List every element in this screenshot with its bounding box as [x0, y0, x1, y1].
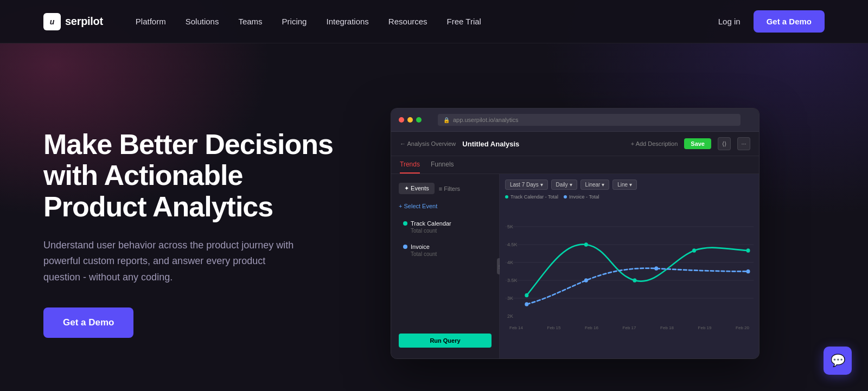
- nav-integrations[interactable]: Integrations: [326, 17, 368, 26]
- browser-chrome: 🔒 app.userpilot.io/analytics: [391, 108, 759, 132]
- events-tab[interactable]: ✦ Events: [399, 183, 435, 194]
- x-label-0: Feb 14: [509, 325, 523, 330]
- svg-point-15: [746, 248, 750, 253]
- x-label-4: Feb 18: [660, 325, 674, 330]
- x-label-1: Feb 15: [547, 325, 561, 330]
- chart-xaxis: Feb 14 Feb 15 Feb 16 Feb 17 Feb 18 Feb 1…: [505, 324, 754, 330]
- chart-controls: Last 7 Days ▾ Daily ▾ Linear ▾ Line ▾: [505, 180, 754, 190]
- event-sub-track-calendar: Total count: [403, 228, 487, 234]
- nav-pricing[interactable]: Pricing: [282, 17, 307, 26]
- nav-actions: Log in Get a Demo: [718, 10, 825, 33]
- chat-icon: 💬: [831, 354, 845, 368]
- add-description-button[interactable]: + Add Description: [631, 140, 678, 147]
- event-dot-invoice: [403, 245, 407, 249]
- svg-point-12: [584, 242, 588, 247]
- event-item-track-calendar[interactable]: Track Calendar Total count: [395, 216, 495, 238]
- hero-title: Make Better Decisions with Actionable Pr…: [43, 129, 347, 222]
- nav-get-demo-button[interactable]: Get a Demo: [754, 10, 825, 33]
- logo-text: serpilot: [65, 15, 103, 28]
- back-navigation[interactable]: ← Analysis Overview: [400, 140, 456, 147]
- chart-legend: Track Calendar - Total Invoice - Total: [505, 194, 754, 200]
- event-name-invoice: Invoice: [403, 243, 487, 250]
- legend-invoice: Invoice - Total: [564, 194, 599, 200]
- chat-button[interactable]: 💬: [824, 347, 852, 375]
- svg-point-16: [525, 302, 528, 306]
- run-query-button[interactable]: Run Query: [399, 334, 492, 348]
- browser-dots: [399, 117, 422, 123]
- svg-text:2K: 2K: [507, 313, 514, 319]
- tab-trends[interactable]: Trends: [400, 156, 420, 174]
- svg-point-19: [746, 270, 750, 274]
- logo-icon: u: [43, 13, 61, 30]
- nav-solutions[interactable]: Solutions: [186, 17, 219, 26]
- scale-select[interactable]: Linear ▾: [580, 180, 610, 190]
- chart-panel: Last 7 Days ▾ Daily ▾ Linear ▾ Line ▾ Tr…: [500, 174, 759, 358]
- svg-text:3.5K: 3.5K: [507, 277, 518, 284]
- nav-platform[interactable]: Platform: [136, 17, 166, 26]
- hero-content: Make Better Decisions with Actionable Pr…: [43, 129, 347, 338]
- run-query-area: Run Query: [391, 328, 499, 353]
- close-dot: [399, 117, 404, 123]
- svg-point-14: [692, 248, 696, 253]
- legend-dot-invoice: [564, 195, 567, 198]
- filters-button[interactable]: ≡ Filters: [439, 185, 460, 192]
- app-header: ← Analysis Overview Untitled Analysis + …: [391, 132, 759, 156]
- legend-track-calendar: Track Calendar - Total: [505, 194, 558, 200]
- analysis-title: Untitled Analysis: [462, 140, 519, 148]
- browser-address-bar: 🔒 app.userpilot.io/analytics: [438, 114, 741, 126]
- svg-text:3K: 3K: [507, 295, 514, 302]
- nav-teams[interactable]: Teams: [238, 17, 262, 26]
- app-tabs: Trends Funnels: [391, 156, 759, 174]
- chart-type-select[interactable]: Line ▾: [612, 180, 637, 190]
- app-content: ✦ Events ≡ Filters + Select Event Track …: [391, 174, 759, 358]
- tab-funnels[interactable]: Funnels: [431, 156, 454, 174]
- hero-subtitle: Understand user behavior across the prod…: [43, 238, 304, 286]
- fullscreen-dot: [416, 117, 422, 123]
- navbar: u serpilot Platform Solutions Teams Pric…: [0, 0, 868, 43]
- svg-point-18: [654, 266, 658, 271]
- nav-links: Platform Solutions Teams Pricing Integra…: [136, 17, 718, 26]
- minimize-dot: [407, 117, 413, 123]
- url-text: app.userpilot.io/analytics: [453, 117, 518, 123]
- svg-text:4K: 4K: [507, 259, 514, 266]
- x-label-2: Feb 16: [585, 325, 598, 330]
- hero-section: Make Better Decisions with Actionable Pr…: [0, 43, 868, 391]
- hero-dashboard: 🔒 app.userpilot.io/analytics ← Analysis …: [391, 108, 825, 359]
- save-button[interactable]: Save: [684, 138, 711, 149]
- events-panel: ✦ Events ≡ Filters + Select Event Track …: [391, 174, 500, 358]
- svg-point-17: [584, 278, 588, 283]
- hero-get-demo-button[interactable]: Get a Demo: [43, 307, 133, 338]
- x-label-5: Feb 19: [698, 325, 712, 330]
- svg-text:5K: 5K: [507, 223, 514, 230]
- dashboard-mockup: 🔒 app.userpilot.io/analytics ← Analysis …: [391, 108, 760, 359]
- date-range-select[interactable]: Last 7 Days ▾: [505, 180, 548, 190]
- event-sub-invoice: Total count: [403, 251, 487, 257]
- share-button[interactable]: ⟨⟩: [718, 137, 731, 150]
- granularity-select[interactable]: Daily ▾: [551, 180, 577, 190]
- nav-login-link[interactable]: Log in: [718, 17, 741, 26]
- svg-point-11: [525, 293, 528, 298]
- nav-free-trial[interactable]: Free Trial: [447, 17, 481, 26]
- event-name-track-calendar: Track Calendar: [403, 220, 487, 227]
- more-options-button[interactable]: ···: [737, 137, 750, 150]
- x-label-3: Feb 17: [623, 325, 636, 330]
- panel-header: ✦ Events ≡ Filters: [391, 180, 499, 197]
- event-item-invoice[interactable]: Invoice Total count: [395, 239, 495, 261]
- event-dot: [403, 221, 407, 226]
- svg-text:4.5K: 4.5K: [507, 241, 518, 248]
- nav-resources[interactable]: Resources: [388, 17, 427, 26]
- logo[interactable]: u serpilot: [43, 13, 103, 30]
- line-chart: 5K 4.5K 4K 3.5K 3K 2K: [505, 203, 754, 322]
- legend-dot-track: [505, 195, 508, 198]
- svg-point-13: [633, 278, 636, 283]
- select-event-button[interactable]: + Select Event: [391, 200, 499, 213]
- lock-icon: 🔒: [443, 117, 450, 123]
- x-label-6: Feb 20: [736, 325, 749, 330]
